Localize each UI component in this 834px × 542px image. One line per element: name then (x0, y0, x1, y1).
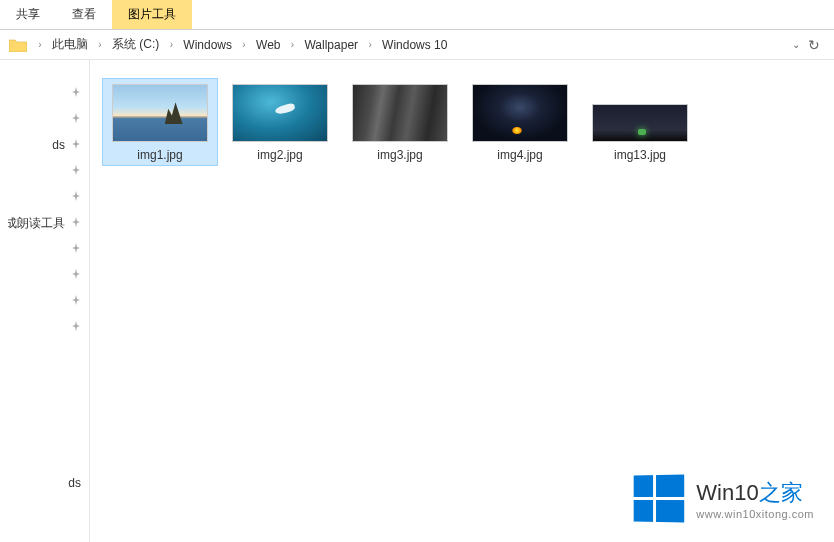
file-grid: img1.jpg img2.jpg img3.jpg img4.jpg img1… (102, 78, 822, 166)
file-thumbnail (232, 84, 328, 142)
file-label: img3.jpg (377, 148, 422, 162)
watermark-title: Win10之家 (696, 478, 814, 508)
watermark-url: www.win10xitong.com (696, 508, 814, 520)
pin-icon (71, 138, 81, 152)
sidebar-item-label: ds (52, 138, 65, 152)
sidebar-item[interactable] (0, 80, 89, 106)
watermark-title-main: Win10 (696, 480, 758, 505)
file-content-area[interactable]: img1.jpg img2.jpg img3.jpg img4.jpg img1… (90, 60, 834, 542)
windows-logo-icon (634, 475, 685, 523)
sidebar-item[interactable] (0, 288, 89, 314)
pin-icon (71, 216, 81, 230)
pin-icon (71, 164, 81, 178)
file-label: img13.jpg (614, 148, 666, 162)
chevron-right-icon[interactable]: › (284, 30, 300, 59)
breadcrumb-item[interactable]: Windows 10 (378, 30, 451, 59)
chevron-right-icon[interactable]: › (32, 30, 48, 59)
sidebar-item[interactable] (0, 158, 89, 184)
file-item[interactable]: img1.jpg (102, 78, 218, 166)
file-thumbnail (472, 84, 568, 142)
chevron-down-icon[interactable]: ⌄ (788, 39, 804, 50)
watermark-title-accent: 之家 (759, 480, 803, 505)
file-thumbnail (592, 104, 688, 142)
ribbon-tabs: 共享 查看 图片工具 (0, 0, 834, 30)
main-area: ds 合成朗读工具\ (0, 60, 834, 542)
folder-icon (8, 35, 28, 55)
sidebar-item[interactable] (0, 184, 89, 210)
ribbon-tab-picture-tools[interactable]: 图片工具 (112, 0, 192, 29)
refresh-icon[interactable]: ↻ (804, 37, 824, 53)
breadcrumb-item[interactable]: 此电脑 (48, 30, 92, 59)
pin-icon (71, 86, 81, 100)
breadcrumb-item[interactable]: Wallpaper (300, 30, 362, 59)
pin-icon (71, 242, 81, 256)
pin-icon (71, 294, 81, 308)
sidebar-item[interactable] (0, 236, 89, 262)
file-item[interactable]: img3.jpg (342, 78, 458, 166)
ribbon-tab-view[interactable]: 查看 (56, 0, 112, 29)
breadcrumb-item[interactable]: 系统 (C:) (108, 30, 163, 59)
breadcrumb-dropdown: ⌄ ↻ (788, 37, 830, 53)
sidebar-item[interactable]: 合成朗读工具\ (0, 210, 89, 236)
chevron-right-icon[interactable]: › (92, 30, 108, 59)
pin-icon (71, 190, 81, 204)
sidebar: ds 合成朗读工具\ (0, 60, 90, 542)
sidebar-item[interactable] (0, 262, 89, 288)
pin-icon (71, 320, 81, 334)
file-item[interactable]: img2.jpg (222, 78, 338, 166)
pin-icon (71, 268, 81, 282)
ribbon-tab-share[interactable]: 共享 (0, 0, 56, 29)
watermark: Win10之家 www.win10xitong.com (633, 475, 814, 522)
breadcrumb-item[interactable]: Web (252, 30, 284, 59)
watermark-text: Win10之家 www.win10xitong.com (696, 478, 814, 520)
file-item[interactable]: img13.jpg (582, 78, 698, 166)
file-item[interactable]: img4.jpg (462, 78, 578, 166)
file-label: img1.jpg (137, 148, 182, 162)
sidebar-item[interactable] (0, 106, 89, 132)
chevron-right-icon[interactable]: › (236, 30, 252, 59)
chevron-right-icon[interactable]: › (163, 30, 179, 59)
sidebar-item-label: 合成朗读工具\ (8, 215, 65, 232)
sidebar-item[interactable]: ds (0, 132, 89, 158)
file-label: img4.jpg (497, 148, 542, 162)
sidebar-item[interactable] (0, 314, 89, 340)
sidebar-item-label: ds (68, 476, 81, 490)
chevron-right-icon[interactable]: › (362, 30, 378, 59)
breadcrumb-bar[interactable]: › 此电脑 › 系统 (C:) › Windows › Web › Wallpa… (0, 30, 834, 60)
file-label: img2.jpg (257, 148, 302, 162)
file-thumbnail (352, 84, 448, 142)
breadcrumb-item[interactable]: Windows (179, 30, 236, 59)
file-thumbnail (112, 84, 208, 142)
sidebar-item[interactable]: ds (0, 470, 89, 496)
pin-icon (71, 112, 81, 126)
